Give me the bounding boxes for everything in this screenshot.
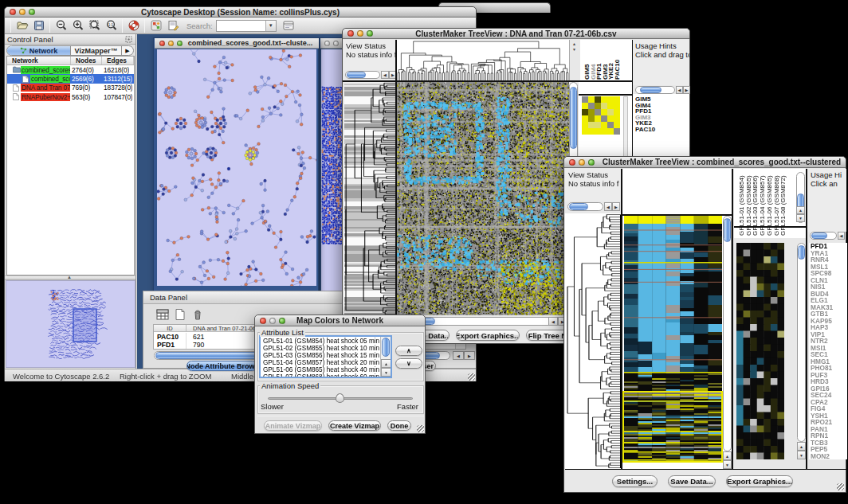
network-overview-panel[interactable] [6,280,135,368]
tab-node-attribute-browser[interactable]: Node Attribute Brows [186,361,257,371]
save-session-icon[interactable] [33,19,45,32]
zoom-heatmap[interactable] [736,243,784,459]
attribute-list-item[interactable]: GPL51-04 (GSM857) heat shock 20 min [261,359,391,366]
scroll-up-button[interactable]: ▲ [723,451,732,460]
column-header-edges[interactable]: Edges [102,57,134,64]
attribute-listbox[interactable]: GPL51-01 (GSM854) heat shock 05 minGPL51… [259,335,392,378]
scroll-left-button[interactable]: ◀ [676,86,683,94]
divider-collapse-arrow-icon[interactable]: ▲ [67,275,72,279]
status-hscrollbar[interactable] [567,202,603,211]
minimize-button[interactable] [269,318,276,324]
usage-hscrollbar-thumb[interactable] [811,232,827,239]
heatmap-selection-rect[interactable] [622,391,723,463]
close-button[interactable] [347,30,354,37]
minimize-button[interactable] [168,41,174,46]
move-up-button[interactable]: ∧ [395,346,422,356]
close-button[interactable] [10,9,16,15]
scroll-up-button[interactable]: ▲ [381,359,391,368]
search-index-icon[interactable] [282,19,295,32]
attribute-select-icon[interactable] [155,307,170,322]
global-heatmap[interactable] [397,82,569,315]
settings-button[interactable]: Settings... [612,475,658,487]
float-panel-icon[interactable] [125,36,132,43]
life-ring-icon[interactable] [128,19,140,32]
dialog-titlebar[interactable]: Map Colors to Network [255,315,425,326]
zoom-actual-icon[interactable]: 1:1 [105,19,118,32]
close-button[interactable] [324,41,330,46]
scroll-right-button[interactable]: ▶ [464,351,475,360]
treeview1-titlebar[interactable]: ClusterMaker TreeView : DNA and Tran 07-… [343,29,689,39]
scroll-up-button[interactable]: ▲ [796,206,805,214]
scroll-left-button[interactable]: ◀ [381,71,389,79]
column-dendrogram[interactable] [397,40,569,80]
scroll-left-button[interactable]: ◀ [548,317,558,326]
usage-hscrollbar[interactable] [635,86,675,94]
network-list-row[interactable]: combined_scores_2764(0)16218(0) [7,65,134,74]
scroll-down-button[interactable]: ▼ [723,460,732,469]
scroll-down-button[interactable]: ▼ [572,47,576,52]
network-list-row[interactable]: RNAPuberNov2+!563(0)107847(0) [7,92,134,101]
scroll-right-button[interactable]: ▶ [683,86,690,94]
minimize-button[interactable] [333,41,339,46]
move-down-button[interactable]: ∨ [395,358,422,369]
annotation-icon[interactable] [167,19,179,32]
overview-canvas[interactable] [6,281,135,367]
minimize-button[interactable] [19,9,26,15]
heatmap-vscrollbar[interactable] [723,216,732,451]
usage-hscrollbar-thumb[interactable] [640,87,662,93]
heatmap-vscrollbar-thumb[interactable] [724,218,731,242]
network-canvas[interactable] [157,49,316,286]
attribute-list-item[interactable]: GPL51-02 (GSM855) heat shock 10 min [261,345,391,352]
status-hscrollbar-thumb[interactable] [347,72,366,78]
attribute-list-vscrollbar[interactable]: ▲ ▼ [380,337,391,377]
search-dropdown-arrow-icon[interactable]: ▼ [265,21,276,31]
scroll-up-button[interactable]: ▲ [797,442,806,451]
save-data-button[interactable]: Save Data... [668,475,716,487]
attribute-list-item[interactable]: GPL51-06 (GSM865) heat shock 40 min [261,366,391,373]
zoom-button[interactable] [367,30,373,37]
status-hscrollbar[interactable] [345,71,380,79]
done-button[interactable]: Done [387,420,411,431]
zoom-button[interactable] [588,159,595,166]
animate-vizmap-button[interactable]: Animate Vizmap [264,420,322,431]
resize-grip[interactable] [417,425,424,432]
resize-grip[interactable] [468,373,475,381]
open-file-icon[interactable] [16,19,29,32]
attribute-list-vscrollbar-thumb[interactable] [382,338,390,357]
tab-vizmapper[interactable]: VizMapper™ [71,46,122,55]
row-dendrogram[interactable] [565,213,621,469]
minimize-button[interactable] [579,159,585,166]
scroll-down-button[interactable]: ▼ [381,368,391,377]
close-button[interactable] [159,41,165,46]
network-new-icon[interactable] [150,19,163,32]
zoom-fit-icon[interactable] [88,19,101,32]
scroll-left-button[interactable]: ◀ [838,232,845,240]
column-header-id[interactable]: ID [154,325,186,331]
column-header-network[interactable]: Network [7,57,71,64]
scroll-right-button[interactable]: ▶ [612,202,620,211]
zoom-in-icon[interactable] [72,19,84,32]
treeview2-titlebar[interactable]: ClusterMaker TreeView : combined_scores_… [564,157,846,168]
main-titlebar[interactable]: Cytoscape Desktop (Session Name: collins… [5,7,476,18]
zoom-heatmap[interactable] [582,96,620,135]
status-hscrollbar-thumb[interactable] [569,203,588,210]
scroll-left-button[interactable]: ◀ [604,202,612,211]
scroll-down-button[interactable]: ▼ [797,451,806,459]
attribute-list-item[interactable]: GPL51-03 (GSM856) heat shock 15 min [261,352,391,359]
close-button[interactable] [569,159,575,166]
zoom-vscrollbar-thumb[interactable] [798,245,805,260]
network-view-window[interactable]: combined_scores_good.txt--cluste... [153,37,319,295]
heatmap-vscrollbar-thumb[interactable] [570,87,577,149]
create-vizmap-button[interactable]: Create Vizmap [328,420,381,431]
tab-overflow-arrow[interactable]: ▶ [122,46,133,55]
network-list-row[interactable]: DNA and Tran 07769(0)183728(0) [7,84,134,92]
export-graphics-button[interactable]: Export Graphics... [456,330,520,341]
create-attribute-icon[interactable] [172,307,187,322]
row-dendrogram[interactable] [344,82,395,315]
export-graphics-button[interactable]: Export Graphics... [726,475,793,487]
zoom-out-icon[interactable] [55,19,68,32]
search-combobox[interactable]: ▼ [216,20,277,32]
zoom-button[interactable] [177,41,183,46]
attribute-list-item[interactable]: GPL51-01 (GSM854) heat shock 05 min [261,338,391,345]
tab-network[interactable]: Network [7,46,71,55]
